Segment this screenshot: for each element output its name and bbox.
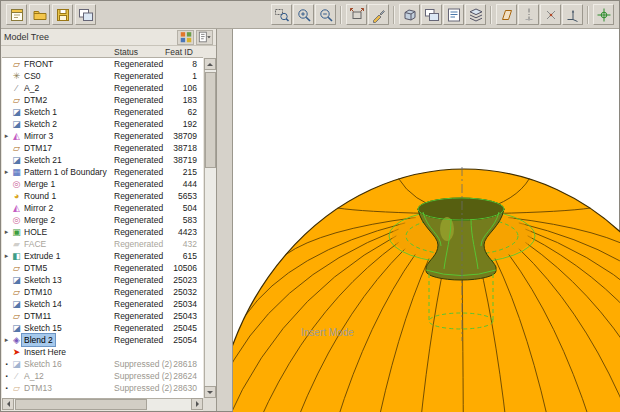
datum-axis-toggle-button[interactable] — [518, 4, 539, 25]
feature-name[interactable]: Mirror 3 — [22, 130, 55, 142]
tree-row[interactable]: ▱ FRONT Regenerated 8 — [2, 58, 203, 70]
feature-name[interactable]: Sketch 15 — [22, 322, 64, 334]
datum-csys-toggle-button[interactable] — [562, 4, 583, 25]
feature-name[interactable]: Sketch 21 — [22, 154, 64, 166]
feature-name[interactable]: FRONT — [22, 58, 55, 70]
feature-name[interactable]: FACE — [22, 238, 48, 250]
expand-arrow-icon[interactable]: ▪ — [2, 358, 11, 370]
feature-name[interactable]: Sketch 1 — [22, 106, 59, 118]
tree-row[interactable]: ⁄ A_2 Regenerated 106 — [2, 82, 203, 94]
feature-name[interactable]: Insert Here — [22, 346, 68, 358]
feature-status: Regenerated — [114, 334, 163, 346]
feature-name[interactable]: Pattern 1 of Boundary — [22, 166, 109, 178]
repaint-button[interactable] — [368, 4, 389, 25]
expand-arrow-icon[interactable]: ▸ — [2, 226, 11, 238]
tree-row[interactable]: ▱ DTM2 Regenerated 183 — [2, 94, 203, 106]
tree-row[interactable]: ▸ ▣ HOLE Regenerated 4423 — [2, 226, 203, 238]
feature-name[interactable]: DTM5 — [22, 262, 49, 274]
view-manager-button[interactable] — [443, 4, 464, 25]
feature-name[interactable]: Sketch 16 — [22, 358, 64, 370]
column-status[interactable]: Status — [114, 47, 138, 57]
tree-row[interactable]: ▸ ◧ Extrude 1 Regenerated 615 — [2, 250, 203, 262]
tree-row[interactable]: ➤ Insert Here — [2, 346, 203, 358]
feature-name[interactable]: Blend 2 — [22, 334, 55, 346]
windows-button[interactable] — [75, 4, 96, 25]
new-window-button[interactable] — [6, 4, 27, 25]
tree-row[interactable]: ◎ Merge 1 Regenerated 444 — [2, 178, 203, 190]
tree-row[interactable]: ▸ ◈ Blend 2 Regenerated 25054 — [2, 334, 203, 346]
feature-name[interactable]: Round 1 — [22, 190, 58, 202]
scroll-right-icon[interactable] — [191, 398, 203, 410]
zoom-out-button[interactable] — [315, 4, 336, 25]
tree-row[interactable]: ▱ DTM10 Regenerated 25032 — [2, 286, 203, 298]
feature-name[interactable]: Merge 2 — [22, 214, 57, 226]
tree-row[interactable]: ▪ ◪ Sketch 16 Suppressed (2) 28618 — [2, 358, 203, 370]
saved-views-button[interactable] — [421, 4, 442, 25]
tree-row[interactable]: ▱ DTM11 Regenerated 25043 — [2, 310, 203, 322]
zoom-window-icon — [274, 7, 290, 23]
tree-row[interactable]: ◪ Sketch 15 Regenerated 25045 — [2, 322, 203, 334]
tree-row[interactable]: ▸ ▦ Pattern 1 of Boundary Regenerated 21… — [2, 166, 203, 178]
feature-name[interactable]: HOLE — [22, 226, 49, 238]
tree-row[interactable]: ✳ CS0 Regenerated 1 — [2, 70, 203, 82]
expand-arrow-icon[interactable]: ▸ — [2, 130, 11, 142]
layer-button[interactable] — [465, 4, 486, 25]
scroll-left-icon[interactable] — [2, 398, 14, 410]
feature-name[interactable]: DTM13 — [22, 382, 54, 394]
tree-row[interactable]: ▸ ◭ Mirror 3 Regenerated 38709 — [2, 130, 203, 142]
tree-row[interactable]: ◕ Round 1 Regenerated 5653 — [2, 190, 203, 202]
vertical-scroll-thumb[interactable] — [205, 72, 216, 168]
zoom-window-button[interactable] — [271, 4, 292, 25]
tree-horizontal-scrollbar[interactable] — [2, 398, 203, 410]
expand-arrow-icon[interactable]: ▸ — [2, 250, 11, 262]
tree-row[interactable]: ◪ Sketch 14 Regenerated 25034 — [2, 298, 203, 310]
feature-name[interactable]: Mirror 2 — [22, 202, 55, 214]
tree-row[interactable]: ◪ Sketch 2 Regenerated 192 — [2, 118, 203, 130]
open-folder-button[interactable] — [29, 4, 50, 25]
spin-center-toggle-button[interactable] — [593, 4, 614, 25]
scroll-down-icon[interactable] — [204, 386, 216, 398]
zoom-in-button[interactable] — [293, 4, 314, 25]
tree-columns-button[interactable] — [177, 30, 194, 45]
refit-button[interactable] — [346, 4, 367, 25]
feature-name[interactable]: Sketch 13 — [22, 274, 64, 286]
feature-name[interactable]: DTM17 — [22, 142, 54, 154]
feature-name[interactable]: CS0 — [22, 70, 43, 82]
datum-point-toggle-button[interactable] — [540, 4, 561, 25]
feature-name[interactable]: Merge 1 — [22, 178, 57, 190]
3d-viewport[interactable]: Insert Mode — [233, 29, 619, 411]
feature-id: 444 — [183, 178, 197, 190]
tree-row[interactable]: ◪ Sketch 13 Regenerated 25023 — [2, 274, 203, 286]
tree-row[interactable]: ▰ FACE Regenerated 432 — [2, 238, 203, 250]
tree-row[interactable]: ▪ ▱ DTM13 Suppressed (2) 28630 — [2, 382, 203, 394]
save-button[interactable] — [52, 4, 73, 25]
expand-arrow-icon[interactable]: ▪ — [2, 382, 11, 394]
scroll-up-icon[interactable] — [204, 58, 216, 70]
expand-arrow-icon[interactable]: ▸ — [2, 334, 11, 346]
feature-name[interactable]: Extrude 1 — [22, 250, 62, 262]
tree-row[interactable]: ◪ Sketch 1 Regenerated 62 — [2, 106, 203, 118]
tree-vertical-scrollbar[interactable] — [204, 58, 216, 398]
tree-display-button[interactable] — [196, 30, 213, 45]
tree-row[interactable]: ▱ DTM17 Regenerated 38718 — [2, 142, 203, 154]
feature-name[interactable]: DTM11 — [22, 310, 53, 322]
tree-row[interactable]: ▱ DTM5 Regenerated 10506 — [2, 262, 203, 274]
feature-name[interactable]: Sketch 14 — [22, 298, 64, 310]
column-feat-id[interactable]: Feat ID — [165, 47, 193, 57]
datum-plane-toggle-button[interactable] — [496, 4, 517, 25]
viewport-canvas[interactable] — [233, 29, 620, 412]
feature-name[interactable]: A_2 — [22, 82, 41, 94]
tree-row[interactable]: ◪ Sketch 21 Regenerated 38719 — [2, 154, 203, 166]
feature-name[interactable]: DTM10 — [22, 286, 54, 298]
tree-row[interactable]: ◭ Mirror 2 Regenerated 504 — [2, 202, 203, 214]
horizontal-scroll-thumb[interactable] — [15, 399, 147, 410]
feature-name[interactable]: A_12 — [22, 370, 46, 382]
tree-row[interactable]: ▪ ⁄ A_12 Suppressed (2) 28624 — [2, 370, 203, 382]
feature-name[interactable]: DTM2 — [22, 94, 49, 106]
feature-name[interactable]: Sketch 2 — [22, 118, 59, 130]
panel-sash[interactable] — [217, 29, 233, 411]
expand-arrow-icon[interactable]: ▸ — [2, 166, 11, 178]
display-style-button[interactable] — [399, 4, 420, 25]
expand-arrow-icon[interactable]: ▪ — [2, 370, 11, 382]
tree-row[interactable]: ◎ Merge 2 Regenerated 583 — [2, 214, 203, 226]
